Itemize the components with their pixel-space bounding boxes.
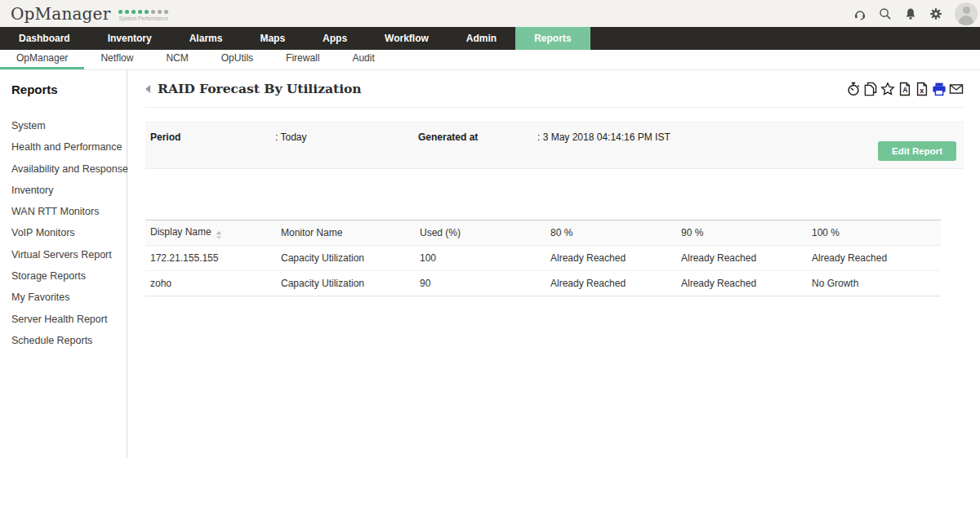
sidebar-item-storage-reports[interactable]: Storage Reports [0, 265, 127, 287]
print-icon[interactable] [932, 82, 947, 96]
subnav-item-netflow[interactable]: Netflow [84, 50, 149, 69]
cell-display-name: 172.21.155.155 [145, 246, 276, 271]
app-header: OpManager System Performance [0, 0, 980, 27]
nav-item-maps[interactable]: Maps [241, 27, 304, 50]
sidebar-item-availability-response[interactable]: Availability and Response [0, 158, 127, 180]
table-row: 172.21.155.155 Capacity Utilization 100 … [145, 246, 941, 271]
email-icon[interactable] [949, 82, 964, 96]
generated-at-label: Generated at [418, 131, 478, 143]
period-label: Period [150, 131, 180, 143]
cell-80pct: Already Reached [546, 271, 676, 296]
export-xls-icon[interactable]: x [915, 82, 929, 96]
nav-item-alarms[interactable]: Alarms [171, 27, 242, 50]
logo-dot [118, 10, 122, 14]
table-header-row: Display Name Monitor Name Used (%) 80 % … [145, 220, 941, 246]
sidebar-item-voip-monitors[interactable]: VoIP Monitors [0, 222, 127, 243]
nav-item-workflow[interactable]: Workflow [366, 27, 448, 50]
back-icon[interactable] [145, 85, 150, 93]
sidebar-item-inventory[interactable]: Inventory [0, 180, 127, 201]
column-header-100pct[interactable]: 100 % [807, 220, 941, 246]
report-meta-panel: Period : Today Generated at : 3 May 2018… [145, 122, 964, 169]
reports-sidebar: Reports System Health and Performance Av… [0, 70, 127, 457]
logo-dot [145, 10, 149, 14]
nav-item-apps[interactable]: Apps [304, 27, 366, 50]
logo-dot [151, 10, 155, 14]
cell-90pct: Already Reached [676, 271, 807, 296]
cell-monitor-name: Capacity Utilization [276, 271, 415, 296]
sidebar-item-my-favorites[interactable]: My Favorites [0, 287, 127, 308]
gear-icon[interactable] [929, 7, 942, 20]
cell-100pct: No Growth [807, 271, 941, 296]
nav-item-admin[interactable]: Admin [448, 27, 515, 50]
search-icon[interactable] [879, 7, 892, 20]
logo-tagline: System Performance [118, 16, 168, 21]
report-title-row: RAID Forecast By Utilization [145, 70, 964, 108]
schedule-icon[interactable] [846, 82, 861, 96]
logo-dot [125, 10, 129, 14]
favorite-star-icon[interactable] [880, 82, 895, 96]
cell-monitor-name: Capacity Utilization [276, 246, 415, 271]
column-header-display-name[interactable]: Display Name [145, 220, 276, 246]
cell-used-pct: 90 [415, 271, 546, 296]
report-main: RAID Forecast By Utilization [127, 70, 980, 521]
cell-display-name: zoho [145, 271, 276, 296]
sidebar-item-health-performance[interactable]: Health and Performance [0, 136, 127, 158]
nav-item-reports[interactable]: Reports [515, 27, 590, 50]
column-header-90pct[interactable]: 90 % [676, 220, 807, 246]
logo-dot [164, 10, 168, 14]
content-area: Reports System Health and Performance Av… [0, 70, 980, 521]
column-header-used-pct[interactable]: Used (%) [415, 220, 546, 246]
sidebar-item-wan-rtt-monitors[interactable]: WAN RTT Monitors [0, 201, 127, 222]
sidebar-item-system[interactable]: System [0, 115, 127, 136]
sidebar-item-schedule-reports[interactable]: Schedule Reports [0, 330, 127, 351]
table-row: zoho Capacity Utilization 90 Already Rea… [145, 271, 941, 296]
logo-subblock: System Performance [118, 6, 168, 21]
avatar-head [963, 7, 970, 14]
sort-icon[interactable] [216, 231, 221, 239]
logo-dots [118, 10, 168, 14]
sidebar-item-server-health-report[interactable]: Server Health Report [0, 309, 127, 330]
sidebar-title: Reports [11, 82, 127, 96]
cell-used-pct: 100 [415, 246, 546, 271]
report-actions: A x [846, 82, 964, 96]
column-header-monitor-name[interactable]: Monitor Name [276, 220, 415, 246]
sidebar-list: System Health and Performance Availabili… [0, 115, 127, 351]
nav-item-inventory[interactable]: Inventory [89, 27, 171, 50]
column-header-80pct[interactable]: 80 % [546, 220, 676, 246]
cell-80pct: Already Reached [546, 246, 676, 271]
bell-icon[interactable] [904, 7, 917, 20]
app-logo: OpManager [11, 4, 110, 24]
cell-100pct: Already Reached [807, 246, 941, 271]
cell-90pct: Already Reached [676, 246, 807, 271]
column-header-label: Display Name [150, 226, 212, 238]
headset-icon[interactable] [853, 7, 866, 20]
svg-text:x: x [920, 86, 924, 94]
svg-text:A: A [902, 86, 907, 94]
nav-item-dashboard[interactable]: Dashboard [0, 27, 89, 50]
report-title: RAID Forecast By Utilization [158, 81, 362, 96]
export-pdf-icon[interactable]: A [898, 82, 912, 96]
logo-dot [158, 10, 162, 14]
subnav-item-opmanager[interactable]: OpManager [0, 50, 84, 69]
secondary-nav: OpManager Netflow NCM OpUtils Firewall A… [0, 50, 980, 70]
period-value: : Today [275, 131, 306, 143]
generated-at-value: : 3 May 2018 04:14:16 PM IST [537, 131, 670, 143]
subnav-item-oputils[interactable]: OpUtils [205, 50, 270, 69]
subnav-item-ncm[interactable]: NCM [149, 50, 204, 69]
header-actions [853, 2, 978, 25]
avatar-torso [959, 16, 973, 25]
edit-report-button[interactable]: Edit Report [878, 141, 956, 161]
subnav-item-audit[interactable]: Audit [336, 50, 390, 69]
primary-nav: Dashboard Inventory Alarms Maps Apps Wor… [0, 27, 980, 50]
forecast-table: Display Name Monitor Name Used (%) 80 % … [145, 220, 941, 296]
sidebar-item-virtual-servers-report[interactable]: Virtual Servers Report [0, 244, 127, 265]
logo-dot [131, 10, 136, 14]
subnav-item-firewall[interactable]: Firewall [270, 50, 336, 69]
copy-icon[interactable] [863, 82, 878, 96]
user-avatar[interactable] [955, 2, 978, 25]
logo-dot [138, 10, 142, 14]
